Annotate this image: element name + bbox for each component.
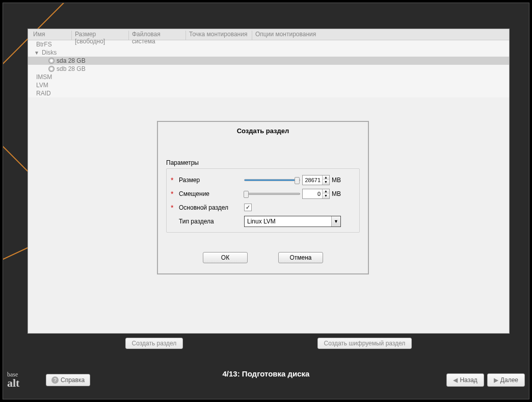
- col-name[interactable]: Имя: [28, 31, 72, 40]
- size-spinbox[interactable]: ▲▼: [302, 175, 330, 185]
- offset-spinbox[interactable]: ▲▼: [302, 189, 330, 199]
- size-slider[interactable]: [244, 179, 300, 181]
- tree-item-lvm[interactable]: LVM: [28, 81, 509, 89]
- tree-item-sda[interactable]: sda 28 GB: [28, 57, 509, 65]
- tree-item-sdb[interactable]: sdb 28 GB: [28, 65, 509, 73]
- tree-item-disks[interactable]: ▼Disks: [28, 48, 509, 57]
- dialog-title: Создать раздел: [158, 122, 368, 139]
- offset-unit: MB: [332, 190, 341, 197]
- tree-header: Имя Размер [свободно] Файловая система Т…: [28, 29, 509, 40]
- arrow-right-icon: ▶: [494, 376, 498, 384]
- bottom-bar: base alt ? Справка ◀ Назад ▶ Далее: [7, 364, 525, 396]
- parttype-label: Тип раздела: [179, 218, 244, 225]
- offset-input[interactable]: [303, 189, 322, 198]
- offset-label: Смещение: [179, 190, 244, 197]
- tree-item-imsm[interactable]: IMSM: [28, 73, 509, 81]
- create-partition-button[interactable]: Создать раздел: [125, 338, 183, 349]
- chevron-down-icon[interactable]: ▼: [331, 216, 340, 227]
- chevron-down-icon[interactable]: ▼: [34, 50, 39, 56]
- size-unit: MB: [332, 177, 341, 184]
- arrow-left-icon: ◀: [453, 376, 458, 384]
- offset-slider[interactable]: [244, 193, 300, 195]
- col-mount[interactable]: Точка монтирования: [186, 31, 252, 40]
- required-marker: *: [171, 204, 179, 212]
- spin-up-icon[interactable]: ▲: [323, 175, 329, 180]
- col-fs[interactable]: Файловая система: [129, 31, 186, 40]
- spin-down-icon[interactable]: ▼: [323, 194, 329, 198]
- size-input[interactable]: [303, 175, 322, 185]
- help-button[interactable]: ? Справка: [46, 374, 90, 386]
- back-button[interactable]: ◀ Назад: [446, 373, 484, 387]
- disk-icon: [48, 66, 55, 72]
- cancel-button[interactable]: Отмена: [278, 252, 323, 263]
- params-group-label: Параметры: [166, 159, 360, 166]
- ok-button[interactable]: ОК: [203, 252, 248, 263]
- disk-tree[interactable]: BtrFS ▼Disks sda 28 GB sdb 28 GB IMSM LV…: [28, 40, 509, 97]
- basealt-logo: base alt: [7, 371, 46, 389]
- tree-item-raid[interactable]: RAID: [28, 89, 509, 97]
- spin-down-icon[interactable]: ▼: [323, 180, 329, 185]
- create-encrypted-partition-button[interactable]: Создать шифруемый раздел: [317, 338, 412, 349]
- required-marker: *: [171, 190, 179, 198]
- size-label: Размер: [179, 177, 244, 184]
- disk-panel: Имя Размер [свободно] Файловая система Т…: [28, 29, 510, 334]
- required-marker: *: [171, 176, 179, 184]
- next-button[interactable]: ▶ Далее: [487, 373, 525, 387]
- disk-icon: [48, 58, 55, 64]
- spin-up-icon[interactable]: ▲: [323, 189, 329, 194]
- parttype-dropdown[interactable]: Linux LVM ▼: [244, 216, 341, 227]
- create-partition-dialog: Создать раздел Параметры * Размер: [157, 121, 369, 274]
- primary-label: Основной раздел: [179, 204, 244, 211]
- col-options[interactable]: Опции монтирования: [252, 31, 509, 40]
- help-icon: ?: [51, 376, 59, 384]
- col-size[interactable]: Размер [свободно]: [72, 31, 129, 40]
- primary-checkbox[interactable]: ✓: [244, 204, 252, 211]
